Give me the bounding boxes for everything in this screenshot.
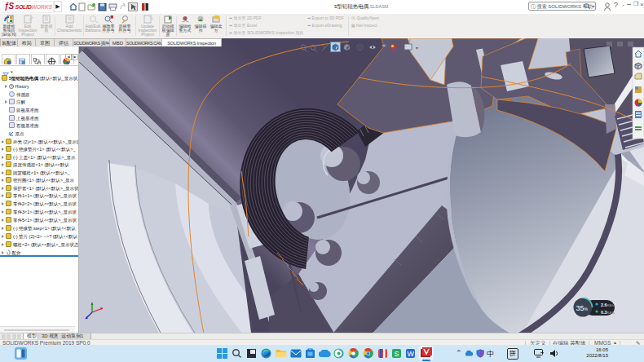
svg-text:2.6KB/s: 2.6KB/s <box>601 302 615 307</box>
svg-text:▾: ▾ <box>416 46 418 51</box>
svg-text:0.3KB/s: 0.3KB/s <box>601 310 615 315</box>
svg-text:W: W <box>408 350 415 358</box>
svg-text:S: S <box>395 350 399 358</box>
